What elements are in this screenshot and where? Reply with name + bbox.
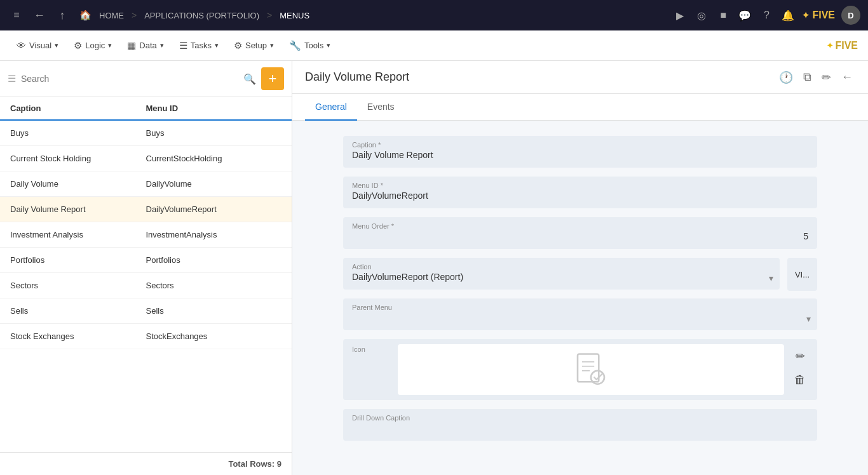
breadcrumb-portfolio[interactable]: APPLICATIONS (PORTFOLIO) <box>144 11 259 20</box>
bell-icon[interactable]: 🔔 <box>780 8 796 23</box>
cell-menu-id: Sells <box>146 306 282 316</box>
delete-icon-button[interactable]: 🗑 <box>792 371 808 389</box>
avatar[interactable]: D <box>841 6 860 25</box>
cell-caption: Portfolios <box>10 255 146 265</box>
logic-icon: ⚙ <box>74 40 82 51</box>
table-header: Caption Menu ID <box>0 97 292 121</box>
five-star-icon: ✦ <box>802 10 810 20</box>
table-row[interactable]: Investment Analysis InvestmentAnalysis <box>0 222 292 248</box>
toolbar-tools[interactable]: 🔧 Tools ▾ <box>283 36 337 55</box>
up-icon[interactable]: ↑ <box>53 6 71 24</box>
cell-caption: Sectors <box>10 281 146 290</box>
svg-rect-0 <box>578 354 599 382</box>
icon-actions: ✏ 🗑 <box>792 344 808 392</box>
brand-label: FIVE <box>835 40 858 51</box>
main-area: ☰ 🔍 + Caption Menu ID Buys Buys Current … <box>0 61 868 475</box>
table-row[interactable]: Sells Sells <box>0 298 292 324</box>
column-menu-id: Menu ID <box>146 104 282 113</box>
tasks-icon: ☰ <box>179 40 187 51</box>
table-row-selected[interactable]: Daily Volume Report DailyVolumeReport <box>0 197 292 222</box>
table-row[interactable]: Portfolios Portfolios <box>0 248 292 273</box>
menu-id-field: Menu ID * DailyVolumeReport <box>343 177 817 208</box>
search-input[interactable] <box>21 74 238 84</box>
search-circle-icon[interactable]: ◎ <box>694 8 709 23</box>
tasks-chevron-icon: ▾ <box>215 41 219 50</box>
action-value[interactable]: DailyVolumeReport (Report) <box>352 272 771 284</box>
parent-menu-value[interactable] <box>352 312 808 325</box>
cell-menu-id: DailyVolumeReport <box>146 204 282 214</box>
drill-down-value[interactable] <box>352 423 808 436</box>
copy-icon[interactable]: ⧉ <box>801 68 814 86</box>
caption-field: Caption * Daily Volume Report <box>343 136 817 168</box>
toolbar-setup-label: Setup <box>245 41 267 50</box>
nav-left: ≡ ← ↑ 🏠 HOME > APPLICATIONS (PORTFOLIO) … <box>8 6 667 24</box>
toolbar-logic[interactable]: ⚙ Logic ▾ <box>67 36 118 55</box>
edit-icon[interactable]: ✏ <box>819 68 834 87</box>
search-bar: ☰ 🔍 + <box>0 61 292 97</box>
column-caption: Caption <box>10 104 146 113</box>
tools-icon: 🔧 <box>289 40 301 51</box>
menu-id-value[interactable]: DailyVolumeReport <box>352 191 808 203</box>
menu-order-value[interactable]: 5 <box>352 231 808 244</box>
breadcrumb-home[interactable]: HOME <box>99 11 124 20</box>
hamburger-icon[interactable]: ≡ <box>8 6 25 24</box>
stop-icon[interactable]: ■ <box>715 8 731 23</box>
form-area: Caption * Daily Volume Report Menu ID * … <box>292 121 868 475</box>
icon-label: Icon <box>352 344 390 353</box>
home-icon[interactable]: 🏠 <box>76 6 94 24</box>
caption-value[interactable]: Daily Volume Report <box>352 150 808 163</box>
search-icon[interactable]: 🔍 <box>243 73 256 85</box>
right-panel: Daily Volume Report 🕐 ⧉ ✏ ← General Even… <box>292 61 868 475</box>
parent-menu-field: Parent Menu ▾ <box>343 298 817 330</box>
report-icon <box>573 352 609 387</box>
help-icon[interactable]: ? <box>759 8 774 23</box>
add-button[interactable]: + <box>261 67 284 90</box>
logic-chevron-icon: ▾ <box>108 41 112 50</box>
table-row[interactable]: Buys Buys <box>0 121 292 146</box>
toolbar: 👁 Visual ▾ ⚙ Logic ▾ ▦ Data ▾ ☰ Tasks ▾ … <box>0 30 868 61</box>
visual-chevron-icon: ▾ <box>55 41 58 50</box>
parent-menu-label: Parent Menu <box>352 304 808 311</box>
tab-general[interactable]: General <box>305 94 357 121</box>
cell-menu-id: Portfolios <box>146 255 282 265</box>
cell-caption: Daily Volume Report <box>10 204 146 214</box>
breadcrumb-menus[interactable]: MENUS <box>280 11 309 20</box>
icon-preview <box>398 344 784 395</box>
icon-field: Icon ✏ 🗑 <box>343 339 817 400</box>
cell-menu-id: DailyVolume <box>146 179 282 189</box>
breadcrumb-sep-2: > <box>267 10 272 20</box>
tabs: General Events <box>292 94 868 121</box>
detail-actions: 🕐 ⧉ ✏ ← <box>776 68 855 87</box>
view-button[interactable]: VI... <box>787 258 817 291</box>
drill-down-label: Drill Down Caption <box>352 414 808 422</box>
five-logo: ✦ FIVE <box>802 10 835 21</box>
history-icon[interactable]: 🕐 <box>776 68 796 87</box>
cell-menu-id: StockExchanges <box>146 331 282 341</box>
toolbar-tasks[interactable]: ☰ Tasks ▾ <box>173 36 225 55</box>
menu-order-field: Menu Order * 5 <box>343 217 817 249</box>
eye-icon: 👁 <box>17 40 26 51</box>
table-row[interactable]: Daily Volume DailyVolume <box>0 171 292 197</box>
cell-caption: Sells <box>10 306 146 316</box>
table-row[interactable]: Current Stock Holding CurrentStockHoldin… <box>0 146 292 171</box>
tab-events[interactable]: Events <box>357 94 405 121</box>
setup-chevron-icon: ▾ <box>270 41 274 50</box>
tools-chevron-icon: ▾ <box>327 41 330 50</box>
toolbar-visual[interactable]: 👁 Visual ▾ <box>10 36 65 55</box>
edit-icon-button[interactable]: ✏ <box>792 347 808 366</box>
setup-icon: ⚙ <box>234 40 242 51</box>
chat-icon[interactable]: 💬 <box>737 8 752 23</box>
back-arrow-icon[interactable]: ← <box>839 68 855 86</box>
cell-caption: Current Stock Holding <box>10 154 146 163</box>
data-chevron-icon: ▾ <box>160 41 164 50</box>
table-row[interactable]: Stock Exchanges StockExchanges <box>0 324 292 349</box>
action-field: Action DailyVolumeReport (Report) ▾ <box>343 258 780 290</box>
toolbar-setup[interactable]: ⚙ Setup ▾ <box>227 36 280 55</box>
toolbar-data[interactable]: ▦ Data ▾ <box>121 36 170 55</box>
cell-menu-id: Sectors <box>146 281 282 290</box>
back-icon[interactable]: ← <box>31 6 48 24</box>
play-icon[interactable]: ▶ <box>672 8 688 23</box>
table-row[interactable]: Sectors Sectors <box>0 273 292 298</box>
parent-menu-chevron-icon: ▾ <box>806 314 811 324</box>
cell-caption: Daily Volume <box>10 179 146 189</box>
